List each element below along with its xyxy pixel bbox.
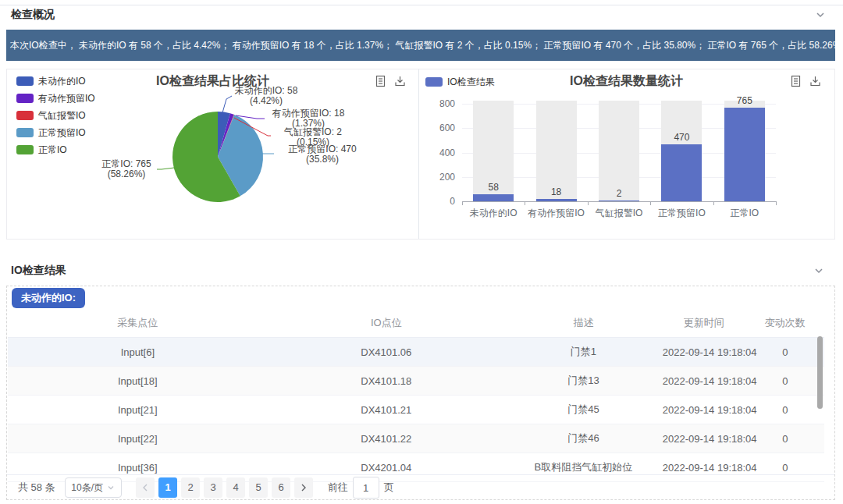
x-axis-label: 有动作预留IO [528, 207, 585, 220]
pagination-divider [7, 474, 834, 475]
x-axis-tick [588, 201, 589, 205]
summary-banner: 本次IO检查中， 未动作的IO 有 58 个，占比 4.42%； 有动作预留IO… [6, 30, 835, 61]
results-collapse-chevron-icon[interactable] [813, 265, 824, 276]
page-button-2[interactable]: 2 [181, 477, 200, 498]
results-section-title: IO检查结果 [11, 264, 66, 278]
table-cell: 2022-09-14 19:18:04 [662, 396, 746, 424]
table-row[interactable]: Input[21]DX4101.21门禁452022-09-14 19:18:0… [8, 396, 824, 424]
bar-value-label: 18 [551, 186, 561, 197]
x-axis-label: 正常预留IO [658, 207, 706, 220]
col-header-change-count: 变动次数 [746, 309, 824, 338]
page-button-4[interactable]: 4 [226, 477, 245, 498]
chevron-right-icon [300, 483, 308, 492]
next-page-button[interactable] [294, 477, 313, 498]
x-axis-label: 未动作的IO [470, 207, 518, 220]
table-cell: 0 [746, 453, 824, 482]
x-axis-label: 正常IO [730, 207, 759, 220]
pie-label-percent: (35.8%) [288, 154, 356, 165]
goto-page-unit: 页 [384, 481, 394, 495]
overview-section-header: 检查概况 [11, 8, 55, 22]
results-table: 采集点位 IO点位 描述 更新时间 变动次数 Input[6]DX4101.06… [8, 309, 824, 482]
summary-banner-text: 本次IO检查中， 未动作的IO 有 58 个，占比 4.42%； 有动作预留IO… [6, 39, 835, 52]
table-cell: Input[6] [8, 338, 268, 367]
filter-category-button[interactable]: 未动作的IO: [12, 288, 85, 308]
table-cell: 0 [746, 396, 824, 424]
col-header-collect-point: 采集点位 [8, 309, 268, 338]
y-axis-label: 0 [424, 196, 455, 207]
table-cell: 0 [746, 424, 824, 453]
table-row[interactable]: Input[22]DX4101.22门禁462022-09-14 19:18:0… [8, 424, 824, 453]
pagination-total-count: 共 58 条 [18, 481, 55, 495]
page-size-value: 10条/页 [71, 481, 103, 495]
page-size-select[interactable]: 10条/页 [65, 477, 122, 498]
table-cell: Input[18] [8, 367, 268, 396]
table-scrollbar-thumb[interactable] [817, 336, 823, 409]
x-axis-line [462, 201, 777, 202]
select-chevron-down-icon [107, 484, 115, 492]
charts-container: IO检查结果占比统计 未动作的IO有动作预留IO气缸报警IO正常预留IO正常IO… [6, 69, 835, 240]
pie-chart-svg [7, 69, 418, 239]
table-cell: Input[22] [8, 424, 268, 453]
table-cell: 门禁13 [505, 367, 662, 396]
table-cell: DX4101.18 [268, 367, 505, 396]
table-cell: Input[21] [8, 396, 268, 424]
prev-page-button[interactable] [136, 477, 155, 498]
col-header-update-time: 更新时间 [662, 309, 746, 338]
table-cell: 门禁1 [505, 338, 662, 367]
bar-background-band [599, 101, 639, 201]
table-cell: 门禁46 [505, 424, 662, 453]
page-button-3[interactable]: 3 [204, 477, 222, 498]
table-cell: DX4101.22 [268, 424, 505, 453]
results-table-header: 采集点位 IO点位 描述 更新时间 变动次数 [8, 309, 824, 338]
bar-value-label: 765 [737, 95, 752, 106]
table-cell: 2022-09-14 19:18:04 [662, 338, 746, 367]
bar[interactable] [661, 144, 702, 201]
x-axis-tick [776, 201, 777, 205]
table-cell: 0 [746, 367, 824, 396]
y-axis-label: 400 [424, 147, 455, 158]
overview-collapse-chevron-icon[interactable] [815, 9, 826, 20]
pie-label-leader-line [157, 168, 174, 169]
col-header-description: 描述 [505, 309, 662, 338]
results-container: 未动作的IO: 采集点位 IO点位 描述 更新时间 变动次数 Input[6]D… [6, 286, 835, 500]
overview-section-title: 检查概况 [11, 8, 55, 22]
chevron-left-icon [141, 483, 149, 492]
page-button-1[interactable]: 1 [158, 477, 177, 498]
bar-value-label: 58 [489, 182, 499, 193]
y-axis-label: 800 [424, 98, 455, 109]
bar-value-label: 2 [617, 188, 622, 199]
x-axis-tick [713, 201, 714, 205]
page-button-5[interactable]: 5 [249, 477, 268, 498]
x-axis-tick [650, 201, 651, 205]
bar-chart-panel: IO检查结果数量统计 IO检查结果 020040060080058未动作的IO1… [419, 69, 834, 239]
bar[interactable] [724, 108, 765, 201]
y-axis-label: 600 [424, 122, 455, 133]
table-cell: 2022-09-14 19:18:04 [662, 424, 746, 453]
table-cell: B取料阻挡气缸初始位 [505, 453, 662, 482]
goto-page-label: 前往 [328, 481, 348, 495]
pie-label-percent: (4.42%) [235, 96, 298, 106]
table-row[interactable]: Input[6]DX4101.06门禁12022-09-14 19:18:040 [8, 338, 824, 367]
table-cell: 2022-09-14 19:18:04 [662, 367, 746, 396]
x-axis-tick [462, 201, 463, 205]
table-row[interactable]: Input[18]DX4101.18门禁132022-09-14 19:18:0… [8, 367, 824, 396]
table-cell: DX4101.21 [268, 396, 505, 424]
pie-slice-label: 未动作的IO: 58(4.42%) [235, 86, 298, 106]
bar-value-label: 470 [674, 132, 689, 143]
page-number-buttons: 123456 [157, 477, 293, 498]
page-button-6[interactable]: 6 [272, 477, 290, 498]
pie-slice-label: 正常IO: 765(58.26%) [101, 159, 151, 179]
goto-page-input[interactable] [353, 477, 379, 499]
table-cell: 2022-09-14 19:18:04 [662, 453, 746, 482]
pie-slice-label: 正常预留IO: 470(35.8%) [288, 144, 356, 165]
bar-chart-plot-area: 020040060080058未动作的IO18有动作预留IO2气缸报警IO470… [419, 69, 834, 239]
pie-chart-panel: IO检查结果占比统计 未动作的IO有动作预留IO气缸报警IO正常预留IO正常IO… [7, 69, 418, 239]
bar[interactable] [473, 194, 514, 201]
table-cell: 0 [746, 338, 824, 367]
col-header-io-point: IO点位 [268, 309, 505, 338]
x-axis-tick [525, 201, 525, 205]
table-cell: DX4101.06 [268, 338, 505, 367]
top-divider [0, 5, 843, 5]
y-axis-label: 200 [424, 172, 455, 183]
results-section-header: IO检查结果 [11, 264, 66, 278]
